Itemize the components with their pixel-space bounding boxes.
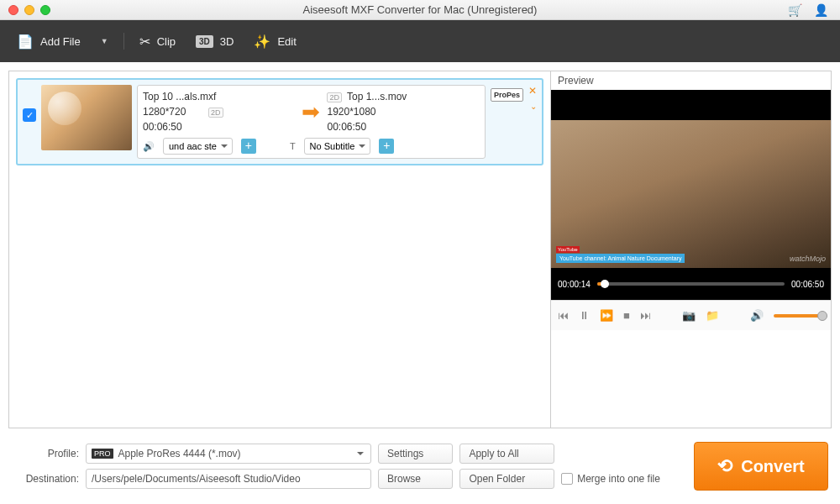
video-frame[interactable]: YouTube YouTube channel: Animal Nature D… bbox=[551, 120, 831, 268]
three-d-icon: 3D bbox=[196, 35, 213, 48]
main-area: ✓ Top 10 ...als.mxf 1280*720 2D 00:06:50… bbox=[8, 71, 832, 428]
edit-label: Edit bbox=[277, 35, 296, 48]
row-actions-2: ✕ ⌄ bbox=[528, 85, 537, 111]
minimize-icon[interactable] bbox=[24, 5, 34, 15]
three-d-label: 3D bbox=[220, 35, 234, 48]
volume-knob[interactable] bbox=[817, 311, 827, 321]
player-controls: ⏮ ⏸ ⏩ ■ ⏭ 📷 📁 🔊 bbox=[551, 300, 831, 330]
subtitle-select[interactable]: No Subtitle bbox=[304, 138, 371, 155]
open-folder-button[interactable]: Open Folder bbox=[459, 469, 554, 489]
video-letterbox-top bbox=[551, 90, 831, 120]
progress-knob[interactable] bbox=[601, 280, 609, 288]
add-file-icon: 📄 bbox=[17, 34, 34, 50]
toolbar: 📄 Add File ▼ ✂ Clip 3D 3D ✨ Edit bbox=[0, 20, 840, 62]
snapshot-icon[interactable]: 📷 bbox=[682, 309, 696, 322]
scissors-icon: ✂ bbox=[139, 34, 150, 50]
bottom-bar: Profile: PRO Apple ProRes 4444 (*.mov) S… bbox=[0, 428, 840, 504]
apply-all-button[interactable]: Apply to All bbox=[459, 444, 554, 464]
video-banner: YouTube channel: Animal Nature Documenta… bbox=[556, 254, 685, 263]
source-2d-badge: 2D bbox=[208, 108, 223, 118]
titlebar: Aiseesoft MXF Converter for Mac (Unregis… bbox=[0, 0, 840, 20]
edit-button[interactable]: ✨ Edit bbox=[254, 34, 296, 50]
target-dims: 1920*1080 bbox=[327, 104, 479, 119]
current-time: 00:00:14 bbox=[558, 280, 591, 289]
file-list: ✓ Top 10 ...als.mxf 1280*720 2D 00:06:50… bbox=[9, 71, 550, 428]
file-row[interactable]: ✓ Top 10 ...als.mxf 1280*720 2D 00:06:50… bbox=[16, 78, 543, 165]
volume-slider[interactable] bbox=[774, 314, 824, 318]
convert-icon: ⟲ bbox=[717, 455, 732, 477]
destination-label: Destination: bbox=[12, 473, 79, 485]
prores-icon: PRO bbox=[92, 449, 113, 459]
total-time: 00:06:50 bbox=[791, 280, 824, 289]
video-watermark: watchMojo bbox=[790, 255, 826, 263]
add-subtitle-button[interactable]: + bbox=[379, 139, 394, 154]
convert-label: Convert bbox=[741, 457, 805, 476]
traffic-lights bbox=[8, 5, 50, 15]
arrow-right-icon: ➡ bbox=[302, 99, 320, 125]
add-audio-button[interactable]: + bbox=[241, 139, 256, 154]
target-2d-badge: 2D bbox=[327, 92, 342, 102]
maximize-icon[interactable] bbox=[40, 5, 50, 15]
folder-icon[interactable]: 📁 bbox=[706, 309, 719, 322]
checkbox-checked[interactable]: ✓ bbox=[23, 108, 36, 122]
format-badge[interactable]: ProPes bbox=[491, 88, 523, 102]
close-icon[interactable] bbox=[8, 5, 18, 15]
stop-icon[interactable]: ■ bbox=[623, 309, 630, 322]
checkbox-icon bbox=[561, 473, 573, 485]
volume-icon[interactable]: 🔊 bbox=[750, 309, 764, 322]
target-info: 2DTop 1...s.mov 1920*1080 00:06:50 bbox=[327, 89, 479, 134]
pause-icon[interactable]: ⏸ bbox=[579, 309, 590, 322]
fast-forward-icon[interactable]: ⏩ bbox=[600, 309, 613, 322]
source-dims: 1280*720 bbox=[143, 106, 186, 118]
file-info-block: Top 10 ...als.mxf 1280*720 2D 00:06:50 ➡… bbox=[137, 85, 486, 159]
settings-button[interactable]: Settings bbox=[378, 444, 453, 464]
target-duration: 00:06:50 bbox=[327, 119, 479, 134]
merge-checkbox[interactable]: Merge into one file bbox=[561, 473, 680, 485]
merge-label: Merge into one file bbox=[577, 473, 660, 485]
user-icon[interactable]: 👤 bbox=[814, 3, 828, 17]
window-title: Aiseesoft MXF Converter for Mac (Unregis… bbox=[0, 3, 840, 16]
preview-panel: Preview YouTube YouTube channel: Animal … bbox=[550, 71, 831, 428]
youtube-badge: YouTube bbox=[556, 246, 580, 253]
source-duration: 00:06:50 bbox=[143, 119, 295, 134]
video-player: YouTube YouTube channel: Animal Nature D… bbox=[551, 90, 831, 300]
three-d-button[interactable]: 3D 3D bbox=[196, 35, 234, 48]
target-filename: Top 1...s.mov bbox=[347, 91, 407, 102]
audio-track-select[interactable]: und aac ste bbox=[163, 138, 233, 155]
video-thumbnail[interactable] bbox=[41, 85, 132, 150]
next-icon[interactable]: ⏭ bbox=[640, 309, 651, 322]
add-file-dropdown[interactable]: ▼ bbox=[101, 37, 108, 45]
row-actions: ProPes bbox=[491, 88, 523, 102]
profile-select[interactable]: PRO Apple ProRes 4444 (*.mov) bbox=[86, 444, 371, 464]
browse-button[interactable]: Browse bbox=[378, 469, 453, 489]
source-filename: Top 10 ...als.mxf bbox=[143, 89, 295, 104]
progress-track[interactable] bbox=[597, 282, 785, 286]
profile-label: Profile: bbox=[12, 448, 79, 459]
wand-icon: ✨ bbox=[254, 34, 270, 50]
destination-input[interactable]: /Users/pele/Documents/Aiseesoft Studio/V… bbox=[86, 469, 371, 489]
cart-icon[interactable]: 🛒 bbox=[788, 3, 802, 17]
chevron-down-icon[interactable]: ⌄ bbox=[530, 102, 536, 111]
remove-file-icon[interactable]: ✕ bbox=[528, 85, 537, 97]
video-progress-bar: 00:00:14 00:06:50 bbox=[551, 268, 831, 300]
source-info: Top 10 ...als.mxf 1280*720 2D 00:06:50 bbox=[143, 89, 295, 134]
prev-icon[interactable]: ⏮ bbox=[558, 309, 569, 322]
toolbar-divider bbox=[123, 33, 124, 50]
clip-label: Clip bbox=[157, 35, 176, 48]
preview-label: Preview bbox=[551, 71, 831, 90]
clip-button[interactable]: ✂ Clip bbox=[139, 34, 176, 50]
add-file-button[interactable]: 📄 Add File bbox=[17, 34, 81, 50]
add-file-label: Add File bbox=[40, 35, 81, 48]
app-window: Aiseesoft MXF Converter for Mac (Unregis… bbox=[0, 0, 840, 504]
convert-button[interactable]: ⟲ Convert bbox=[694, 442, 828, 491]
